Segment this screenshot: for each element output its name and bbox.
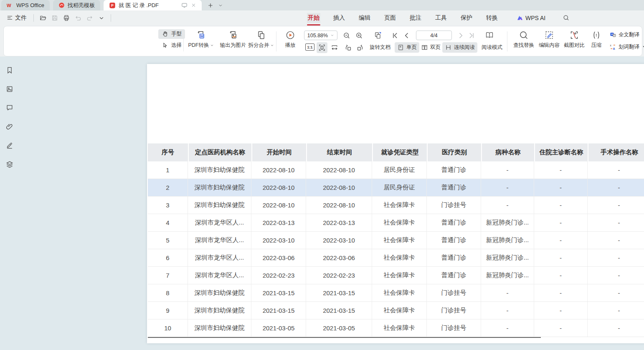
fit-page-button[interactable]: [317, 42, 327, 53]
first-page-button[interactable]: [390, 30, 400, 41]
svg-text:字: 字: [614, 34, 616, 36]
rotate-right-icon: [356, 43, 364, 52]
thumbnails-panel-button[interactable]: [4, 84, 15, 95]
wps-ai-button[interactable]: WPS AI: [517, 15, 545, 21]
column-header: 开始时间: [251, 143, 306, 161]
select-tool-button[interactable]: 选择: [158, 41, 185, 50]
table-cell: -: [534, 302, 588, 319]
file-menu-button[interactable]: 文件: [4, 13, 29, 23]
full-translate-button[interactable]: A字 全文翻译: [607, 30, 642, 40]
hand-icon: [162, 31, 169, 38]
quickbar-chevron-icon[interactable]: [96, 13, 106, 23]
attachments-panel-button[interactable]: [4, 121, 15, 132]
rotate-doc-button[interactable]: 旋转文档: [367, 42, 393, 53]
column-header: 定点医药机构名称: [188, 143, 251, 161]
fit-width-button[interactable]: [329, 42, 340, 53]
actual-size-button[interactable]: 1:1: [305, 43, 314, 51]
table-cell: 2021-03-05: [306, 319, 372, 337]
table-cell: 2022-08-10: [306, 179, 372, 196]
detach-window-icon[interactable]: [181, 3, 188, 8]
signature-panel-button[interactable]: [4, 140, 15, 151]
swap-pages-button[interactable]: [372, 30, 384, 41]
split-merge-label: 拆分合并: [248, 42, 269, 49]
undo-icon: [74, 14, 82, 22]
reading-mode-icon[interactable]: [483, 30, 496, 41]
tab-wps-office[interactable]: W WPS Office: [1, 0, 50, 10]
split-merge-button[interactable]: 拆分合并: [245, 30, 277, 49]
table-cell: 新冠肺炎门诊...: [481, 214, 534, 231]
print-button[interactable]: [61, 13, 71, 23]
pdf-convert-label: PDF转换: [188, 42, 209, 49]
next-page-button[interactable]: [456, 30, 466, 41]
menu-tab-home[interactable]: 开始: [307, 13, 320, 23]
svg-text:x: x: [610, 44, 611, 47]
zoom-in-button[interactable]: [354, 30, 365, 41]
continuous-reading-button[interactable]: 连续阅读: [442, 42, 477, 53]
menu-search-icon[interactable]: [563, 14, 570, 21]
table-cell: -: [534, 197, 588, 214]
table-cell: -: [534, 161, 588, 179]
reading-mode-button[interactable]: 阅读模式: [479, 42, 505, 53]
menu-tab-insert[interactable]: 插入: [332, 13, 346, 23]
zoom-level-select[interactable]: 105.88%: [304, 31, 337, 40]
menu-tab-tools[interactable]: 工具: [434, 13, 448, 23]
column-header: 结束时间: [306, 143, 372, 161]
table-cell: 普通门诊: [427, 214, 481, 231]
table-cell: 社会保障卡: [372, 249, 427, 266]
hand-tool-button[interactable]: 手型: [158, 29, 185, 39]
table-cell: 2022-08-10: [306, 197, 372, 214]
bookmark-icon: [5, 66, 14, 74]
comments-panel-button[interactable]: [4, 102, 15, 113]
close-tab-icon[interactable]: [191, 3, 196, 8]
single-page-button[interactable]: 单页: [395, 42, 419, 53]
edit-content-button[interactable]: 编辑内容: [536, 30, 562, 49]
compress-button[interactable]: 压缩: [587, 30, 606, 49]
rotate-right-button[interactable]: [355, 42, 365, 53]
redo-button[interactable]: [85, 13, 95, 23]
previous-page-button[interactable]: [402, 30, 412, 41]
menu-tab-page[interactable]: 页面: [383, 13, 397, 23]
table-row: 10深圳市妇幼保健院2021-03-052021-03-05社会保障卡门诊挂号-…: [148, 319, 644, 337]
previous-page-icon: [403, 31, 411, 40]
menu-tab-protect[interactable]: 保护: [460, 13, 473, 23]
save-button[interactable]: [50, 13, 60, 23]
tab-docer[interactable]: 找稻壳模板: [53, 0, 100, 10]
find-replace-label: 查找替换: [513, 42, 534, 49]
menu-tab-edit[interactable]: 编辑: [358, 13, 371, 23]
page-number-input[interactable]: 4/4: [416, 31, 452, 40]
table-cell: 深圳市妇幼保健院: [188, 197, 251, 214]
table-cell: -: [534, 249, 588, 266]
word-translate-button[interactable]: xA 划词翻译: [607, 42, 644, 52]
table-cell: 新冠肺炎门诊...: [481, 267, 534, 284]
table-cell: 2022-08-10: [251, 179, 306, 196]
zoom-out-button[interactable]: [341, 30, 352, 41]
tab-document[interactable]: P 就 医 记 录 .PDF: [104, 0, 202, 10]
tab-list-chevron-icon[interactable]: [216, 0, 225, 10]
table-cell: 深圳市妇幼保健院: [188, 319, 251, 337]
svg-text:A: A: [613, 47, 615, 51]
rotate-left-button[interactable]: [343, 42, 354, 53]
find-replace-button[interactable]: 查找替换: [511, 30, 537, 49]
table-cell: -: [534, 284, 588, 301]
screenshot-compare-button[interactable]: 截图对比: [561, 30, 587, 49]
table-cell: 2022-08-10: [306, 161, 372, 179]
pdf-convert-button[interactable]: W PDF转换: [186, 30, 216, 49]
layers-panel-button[interactable]: [4, 159, 15, 170]
undo-button[interactable]: [73, 13, 83, 23]
table-cell: 6: [148, 249, 188, 266]
table-cell: 社会保障卡: [372, 302, 427, 319]
titlebar: W WPS Office 找稻壳模板 P 就 医 记 录 .PDF: [0, 0, 644, 10]
last-page-button[interactable]: [467, 30, 477, 41]
table-cell: 2021-03-15: [306, 284, 372, 301]
table-cell: 社会保障卡: [372, 267, 427, 284]
pdf-doc-icon: P: [109, 2, 116, 9]
bookmarks-panel-button[interactable]: [4, 65, 15, 76]
table-cell: 9: [148, 302, 188, 319]
split-merge-icon: [256, 30, 266, 40]
table-cell: -: [481, 161, 534, 179]
new-tab-button[interactable]: [205, 0, 216, 10]
menu-tab-convert[interactable]: 转换: [485, 13, 499, 23]
menu-tab-comment[interactable]: 批注: [409, 13, 422, 23]
open-file-button[interactable]: [38, 13, 48, 23]
play-button[interactable]: 播放: [281, 30, 299, 49]
